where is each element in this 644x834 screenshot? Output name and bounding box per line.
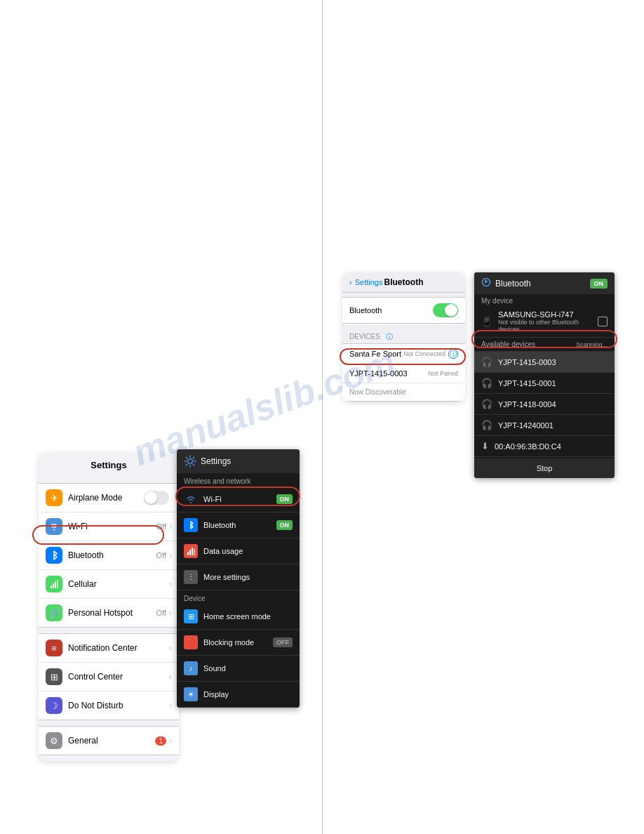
ios-label-wifi: Wi-Fi [68,522,156,531]
ios-row-donotdisturb[interactable]: ☽ Do Not Disturb › [39,691,179,720]
hotspot-chevron-icon: › [169,608,172,618]
hotspot-icon: 🔗 [46,604,62,621]
ios-hotspot-value: Off [156,609,166,617]
control-center-icon: ⊞ [46,668,62,685]
android-label-bluetooth: Bluetooth [203,521,276,529]
ios-settings-panel: Settings ✈ Airplane Mode Wi-Fi Off › [39,453,179,761]
donotdisturb-icon: ☽ [46,697,62,714]
ios-bluetooth-toggle[interactable] [433,303,458,317]
cellular-icon [46,576,62,593]
android-bt-yjpt-1418-0004-name: YJPT-1418-0004 [498,400,608,409]
android-bt-mac-name: 00:A0:96:3B:D0:C4 [495,442,608,451]
android-bt-stop-button[interactable]: Stop [474,458,615,478]
android-sound-icon: ♪ [184,661,198,675]
android-settings-gear-icon [184,455,196,468]
ios-bt-device-yjpt[interactable]: YJPT-1415-0003 Not Paired [342,364,465,383]
android-bt-header-icon [481,277,491,289]
wifi-icon [46,518,62,535]
android-row-homescreen[interactable]: ⊞ Home screen mode [177,604,300,630]
ios-bt-santafe-name: Santa Fe Sport [349,350,403,358]
android-device-checkbox[interactable] [598,317,608,326]
android-my-device-name: SAMSUNG-SGH-i747 [498,310,598,319]
android-row-data[interactable]: Data usage [177,538,300,564]
android-wifi-icon [184,492,198,506]
notification-icon: ≡ [46,640,62,656]
svg-point-4 [188,459,193,464]
android-my-device-label: My device [474,294,615,306]
ios-row-wifi[interactable]: Wi-Fi Off › [39,512,179,541]
android-blocking-icon: 🚫 [184,635,198,649]
android-my-device-info: SAMSUNG-SGH-i747 Not visible to other Bl… [498,310,598,333]
android-row-blocking[interactable]: 🚫 Blocking mode OFF [177,630,300,656]
android-bt-device-mac[interactable]: ⬇ 00:A0:96:3B:D0:C4 [474,436,615,457]
bluetooth-chevron-icon: › [169,550,172,560]
svg-rect-5 [187,552,189,555]
android-label-more: More settings [203,573,293,581]
ios-row-airplane[interactable]: ✈ Airplane Mode [39,484,179,512]
ios-settings-title: Settings [39,453,179,477]
android-label-display: Display [203,690,293,699]
android-blocking-badge: OFF [273,637,293,647]
android-settings-panel: Settings Wireless and network Wi-Fi ON B… [177,449,300,708]
android-row-bluetooth[interactable]: Bluetooth ON [177,512,300,538]
android-bt-device-yjpt-1418-0004[interactable]: 🎧 YJPT-1418-0004 [474,394,615,415]
android-available-section: Available devices Scanning... [474,338,615,352]
android-wifi-badge: ON [276,494,293,504]
ios-bt-back-arrow: ‹ [349,278,352,286]
ios-label-donotdisturb: Do Not Disturb [68,701,169,710]
android-label-blocking: Blocking mode [203,638,273,647]
android-bt-device-yjpt-14240001[interactable]: 🎧 YJPT-14240001 [474,415,615,436]
ios-bt-title: Bluetooth [384,277,424,287]
ios-settings-group-2: ≡ Notification Center › ⊞ Control Center… [39,633,179,720]
android-bluetooth-icon [184,518,198,532]
ios-row-control[interactable]: ⊞ Control Center › [39,663,179,691]
ios-row-general[interactable]: ⚙ General 1 › [39,727,179,755]
ios-bt-device-discoverable: Now Discoverable [342,383,465,401]
ios-bt-yjpt-status: Not Paired [428,370,458,377]
ios-row-hotspot[interactable]: 🔗 Personal Hotspot Off › [39,599,179,627]
ios-row-notification[interactable]: ≡ Notification Center › [39,634,179,663]
ios-label-hotspot: Personal Hotspot [68,608,156,618]
ios-bt-yjpt-name: YJPT-1415-0003 [349,369,428,378]
android-row-display[interactable]: ☀ Display [177,682,300,708]
android-bt-device-yjpt-1415-0001[interactable]: 🎧 YJPT-1415-0001 [474,373,615,394]
ios-row-cellular[interactable]: Cellular › [39,570,179,599]
svg-rect-3 [57,580,58,588]
cellular-chevron-icon: › [169,579,172,589]
android-bt-headphone-icon-3: 🎧 [481,399,492,409]
android-label-data: Data usage [203,547,293,555]
svg-rect-0 [51,585,52,588]
svg-rect-1 [53,583,54,588]
ios-bt-device-santafe[interactable]: Santa Fe Sport Not Connected ⓘ [342,344,465,364]
android-bluetooth-badge: ON [276,520,293,530]
android-bt-device-yjpt-1415-0003[interactable]: 🎧 YJPT-1415-0003 [474,352,615,373]
android-row-sound[interactable]: ♪ Sound [177,656,300,682]
android-row-wifi[interactable]: Wi-Fi ON [177,486,300,512]
ios-bluetooth-panel: ‹ Settings Bluetooth Bluetooth DEVICES ⓘ… [342,272,465,402]
android-data-icon [184,544,198,558]
android-available-label: Available devices [481,340,576,348]
android-bt-headphone-icon-1: 🎧 [481,357,492,367]
donotdisturb-chevron-icon: › [169,701,172,710]
ios-row-bluetooth[interactable]: Bluetooth Off › [39,541,179,570]
ios-bt-toggle-row[interactable]: Bluetooth [342,298,465,323]
svg-rect-8 [194,549,195,555]
android-settings-title: Settings [201,456,231,466]
ios-bt-santafe-status: Not Connected [403,350,445,357]
android-bluetooth-panel: Bluetooth ON My device 📱 SAMSUNG-SGH-i74… [474,272,615,478]
android-bt-yjpt-14240001-name: YJPT-14240001 [498,421,608,430]
android-phone-icon: 📱 [481,317,492,327]
ios-label-airplane: Airplane Mode [68,493,144,503]
android-bt-title: Bluetooth [495,279,590,289]
airplane-toggle[interactable] [144,491,169,505]
android-bt-yjpt-1415-0003-name: YJPT-1415-0003 [498,358,608,366]
ios-bt-santafe-info-icon[interactable]: ⓘ [448,349,458,359]
android-row-more[interactable]: ⋮ More settings [177,564,300,590]
ios-bt-back-label[interactable]: Settings [355,278,383,286]
notification-chevron-icon: › [169,643,172,653]
android-label-homescreen: Home screen mode [203,612,293,621]
android-more-icon: ⋮ [184,570,198,584]
bluetooth-ios-icon [46,547,62,564]
control-chevron-icon: › [169,672,172,682]
ios-wifi-value: Off [156,522,166,531]
